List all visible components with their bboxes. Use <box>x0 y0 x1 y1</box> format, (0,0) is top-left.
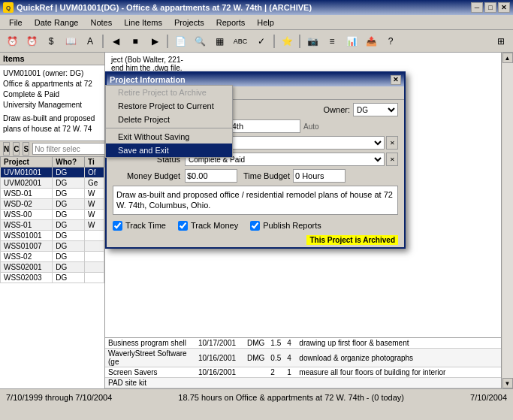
project-description: Draw as-built and proposed office / resi… <box>113 186 398 215</box>
client-x-button[interactable]: ✕ <box>386 136 398 150</box>
money-budget-field[interactable] <box>185 169 237 183</box>
save-menu-item[interactable]: Save and Exit <box>106 144 232 157</box>
checkbox-row: Track Time Track Money Publish Reports <box>113 218 398 234</box>
archive-badge: This Project is Archived <box>306 235 398 245</box>
track-time-label: Track Time <box>125 221 166 230</box>
publish-reports-checkbox-label[interactable]: Publish Reports <box>250 221 321 231</box>
menu-separator <box>106 128 232 128</box>
delete-menu-item[interactable]: Delete Project <box>106 113 232 126</box>
owner-dropdown[interactable]: DG <box>353 103 398 116</box>
money-budget-label: Money Budget <box>113 171 180 180</box>
dialog-title: Project Information <box>110 75 186 84</box>
track-money-checkbox-label[interactable]: Track Money <box>178 221 238 231</box>
track-money-label: Track Money <box>191 221 238 230</box>
file-dropdown-menu: Retire Project to Archive Restore Projec… <box>105 85 233 158</box>
track-time-checkbox-label[interactable]: Track Time <box>113 221 166 231</box>
publish-reports-checkbox[interactable] <box>250 221 260 231</box>
retire-menu-item: Retire Project to Archive <box>106 86 232 99</box>
status-x-button[interactable]: ✕ <box>386 153 398 166</box>
publish-reports-label: Publish Reports <box>263 221 321 230</box>
auto-label: Auto <box>303 122 319 131</box>
owner-label: Owner: <box>324 105 350 114</box>
track-money-checkbox[interactable] <box>178 221 188 231</box>
track-time-checkbox[interactable] <box>113 221 122 231</box>
time-budget-label: Time Budget <box>243 171 290 180</box>
time-budget-field[interactable] <box>293 169 346 183</box>
budget-row: Money Budget Time Budget <box>113 169 398 183</box>
modal-overlay: Retire Project to Archive Restore Projec… <box>0 0 513 420</box>
archive-badge-area: This Project is Archived <box>113 235 398 244</box>
exit-menu-item[interactable]: Exit Without Saving <box>106 130 232 144</box>
restore-menu-item[interactable]: Restore Project to Current <box>106 99 232 113</box>
dialog-close-button[interactable]: ✕ <box>391 75 401 85</box>
